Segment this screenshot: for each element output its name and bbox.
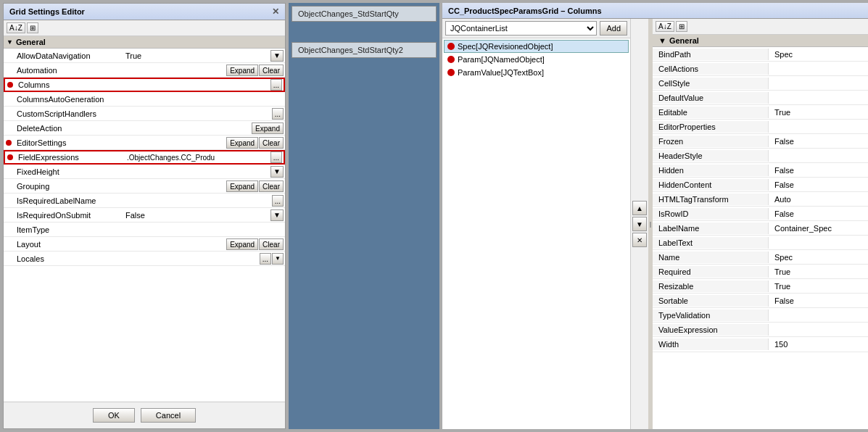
ok-button[interactable]: OK <box>93 408 135 423</box>
col-item-label-paramvalue: ParamValue[JQTextBox] <box>458 68 544 77</box>
left-grid-icon-btn[interactable]: ⊞ <box>27 22 38 33</box>
column-items-list: Spec[JQRevisionedObject] Param[JQNamedOb… <box>442 38 630 429</box>
Automation-clear-btn[interactable]: Clear <box>259 65 284 76</box>
right-prop-Width: Width 150 ▲ ▼ <box>653 337 868 352</box>
right-prop-TypeValidation: TypeValidation ▼ <box>653 308 868 323</box>
right-propname-HiddenContent: HiddenContent <box>653 179 769 191</box>
col-arrow-delete-btn[interactable]: ✕ <box>632 233 647 247</box>
FieldExpressions-ellipsis-btn[interactable]: ... <box>270 151 282 163</box>
right-propval-CellActions <box>769 67 868 70</box>
prop-indicator-FieldExpressions <box>5 154 15 160</box>
Locales-ellipsis-btn[interactable]: ... <box>260 253 271 265</box>
Layout-expand-btn[interactable]: Expand <box>226 238 258 250</box>
right-propname-LabelName: LabelName <box>653 223 769 234</box>
right-propval-ValueExpression <box>769 328 868 331</box>
Grouping-clear-btn[interactable]: Clear <box>259 180 284 192</box>
right-properties-toolbar: A↓Z ⊞ <box>653 19 868 35</box>
right-prop-LabelName: LabelName Container_Spec ... <box>653 221 868 236</box>
Columns-ellipsis-btn[interactable]: ... <box>270 79 282 91</box>
Automation-expand-btn[interactable]: Expand <box>226 65 258 76</box>
right-propname-BindPath: BindPath <box>653 49 769 60</box>
prop-name-FieldExpressions: FieldExpressions <box>15 151 124 163</box>
Layout-clear-btn[interactable]: Clear <box>259 238 284 250</box>
right-propname-DefaultValue: DefaultValue <box>653 92 769 104</box>
right-propval-Frozen: False <box>769 136 868 147</box>
right-propval-Sortable: False <box>769 295 868 307</box>
prop-name-Automation: Automation <box>14 65 123 76</box>
prop-name-Layout: Layout <box>14 238 123 250</box>
right-propname-CellStyle: CellStyle <box>653 78 769 89</box>
column-arrow-buttons: ▲ ▼ ✕ <box>631 19 648 429</box>
left-toolbar: A↓Z ⊞ <box>4 20 285 36</box>
right-prop-DefaultValue: DefaultValue <box>653 91 868 105</box>
column-item-param[interactable]: Param[JQNamedObject] <box>444 53 629 66</box>
right-propname-Required: Required <box>653 266 769 278</box>
right-prop-IsRowID: IsRowID False ▼ <box>653 207 868 221</box>
prop-value-Locales <box>123 257 260 260</box>
prop-name-Locales: Locales <box>14 253 123 265</box>
right-propname-HeaderStyle: HeaderStyle <box>653 150 769 162</box>
prop-value-ColumnsAutoGeneration <box>123 98 284 101</box>
prop-controls-Locales: ... ▼ <box>260 253 285 265</box>
right-sort-az-btn[interactable]: A↓Z <box>656 21 674 32</box>
column-item-spec[interactable]: Spec[JQRevisionedObject] <box>444 40 629 53</box>
prop-controls-AllowDataNavigation: ▼ <box>270 50 285 62</box>
right-propname-CellActions: CellActions <box>653 63 769 75</box>
right-propval-Width: 150 <box>769 338 868 350</box>
AllowDataNavigation-dropdown-btn[interactable]: ▼ <box>270 50 284 62</box>
prop-name-Columns: Columns <box>15 79 124 91</box>
col-arrow-down-btn[interactable]: ▼ <box>632 217 647 231</box>
prop-controls-Columns: ... <box>270 79 284 91</box>
prop-row-DeleteAction: DeleteAction Expand <box>4 121 285 136</box>
prop-value-CustomScriptHandlers <box>123 112 272 115</box>
left-property-list: ▼ General AllowDataNavigation True ▼ Aut… <box>4 36 285 402</box>
prop-row-ItemType: ItemType <box>4 223 285 237</box>
left-sort-az-btn[interactable]: A↓Z <box>7 22 25 33</box>
Grouping-expand-btn[interactable]: Expand <box>226 180 258 192</box>
prop-name-ItemType: ItemType <box>14 224 123 236</box>
CustomScriptHandlers-ellipsis-btn[interactable]: ... <box>272 108 284 120</box>
cancel-button[interactable]: Cancel <box>141 408 196 423</box>
EditorSettings-expand-btn[interactable]: Expand <box>226 137 258 149</box>
prop-value-ItemType <box>123 228 284 231</box>
Locales-scroll-btn[interactable]: ▼ <box>272 253 284 265</box>
col-item-label-param: Param[JQNamedObject] <box>458 55 545 64</box>
general-section-header[interactable]: ▼ General <box>4 36 285 49</box>
prop-row-Layout: Layout Expand Clear <box>4 237 285 252</box>
right-propname-Resizable: Resizable <box>653 281 769 292</box>
right-general-section[interactable]: ▼ General <box>653 35 868 47</box>
IsRequiredLabelName-ellipsis-btn[interactable]: ... <box>272 195 284 207</box>
left-panel-close-btn[interactable]: ✕ <box>272 7 279 17</box>
prop-name-ColumnsAutoGeneration: ColumnsAutoGeneration <box>14 94 123 105</box>
right-prop-Editable: Editable True ▼ <box>653 105 868 120</box>
FixedHeight-dropdown-btn[interactable]: ▼ <box>270 166 284 178</box>
add-column-btn[interactable]: Add <box>600 21 627 36</box>
col-arrow-up-btn[interactable]: ▲ <box>632 201 647 215</box>
col-dot-param <box>447 56 455 63</box>
right-propval-Name: Spec <box>769 252 868 263</box>
general-section-label: General <box>16 38 46 46</box>
right-grid-icon-btn[interactable]: ⊞ <box>676 21 687 32</box>
right-panel: CC_ProductSpecParamsGrid – Columns ✕ JQC… <box>442 3 868 429</box>
right-expand-icon: ▼ <box>658 36 666 45</box>
right-prop-HTMLTagTransform: HTMLTagTransform Auto ▼ <box>653 192 868 207</box>
right-prop-EditorProperties: EditorProperties Expand Clear <box>653 120 868 134</box>
left-panel-footer: OK Cancel <box>4 402 285 428</box>
container-select[interactable]: JQContainerList <box>445 21 597 36</box>
prop-row-EditorSettings: EditorSettings Expand Clear <box>4 136 285 150</box>
right-propval-Hidden: False <box>769 165 868 176</box>
column-item-paramvalue[interactable]: ParamValue[JQTextBox] <box>444 66 629 79</box>
right-propname-Editable: Editable <box>653 107 769 118</box>
IsRequiredOnSubmit-dropdown-btn[interactable]: ▼ <box>270 209 284 221</box>
right-propval-IsRowID: False <box>769 208 868 220</box>
prop-value-Grouping <box>123 185 226 188</box>
prop-indicator-EditorSettings <box>4 140 14 146</box>
EditorSettings-clear-btn[interactable]: Clear <box>259 137 284 149</box>
right-propname-EditorProperties: EditorProperties <box>653 121 769 133</box>
DeleteAction-expand-btn[interactable]: Expand <box>252 122 284 134</box>
right-propval-LabelName: Container_Spec <box>769 223 868 234</box>
prop-value-Layout <box>123 243 226 246</box>
prop-row-IsRequiredOnSubmit: IsRequiredOnSubmit False ▼ <box>4 208 285 223</box>
col-dot-paramvalue <box>447 69 455 76</box>
right-propval-TypeValidation <box>769 314 868 317</box>
